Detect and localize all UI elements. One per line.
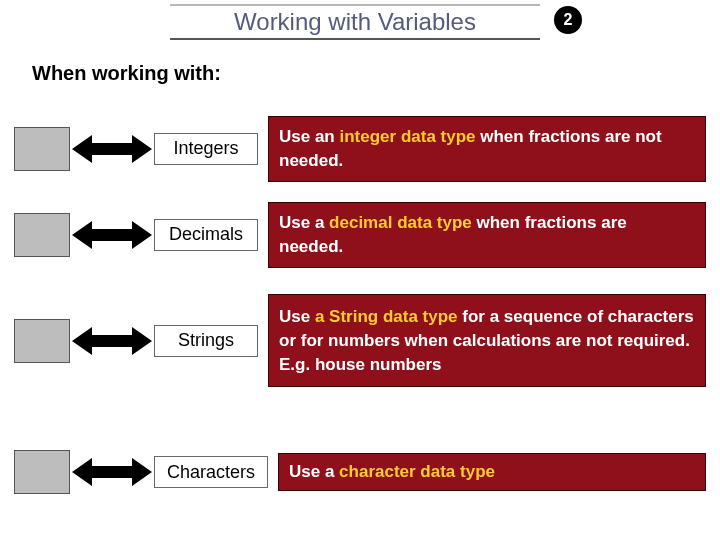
desc-pre: Use a [279, 213, 329, 232]
row-decimals: Decimals Use a decimal data type when fr… [14, 202, 706, 268]
desc-highlight: decimal data type [329, 213, 472, 232]
svg-marker-2 [72, 327, 152, 355]
double-arrow-icon [70, 127, 154, 171]
double-arrow-icon [70, 213, 154, 257]
double-arrow-icon [70, 450, 154, 494]
decoration-box [14, 127, 70, 171]
svg-marker-3 [72, 458, 152, 486]
desc-highlight: character data type [339, 462, 495, 481]
label-text: Integers [173, 138, 238, 159]
desc-pre: Use an [279, 127, 339, 146]
row-characters: Characters Use a character data type [14, 450, 706, 494]
label-text: Strings [178, 330, 234, 351]
page-number: 2 [564, 11, 573, 29]
page-number-badge: 2 [554, 6, 582, 34]
page-title: Working with Variables [170, 4, 540, 40]
decoration-box [14, 450, 70, 494]
svg-marker-1 [72, 221, 152, 249]
label-text: Characters [167, 462, 255, 483]
decoration-box [14, 213, 70, 257]
title-text: Working with Variables [234, 8, 476, 36]
subtitle: When working with: [32, 62, 221, 85]
decoration-box [14, 319, 70, 363]
label-integers: Integers [154, 133, 258, 165]
label-characters: Characters [154, 456, 268, 488]
desc-integers: Use an integer data type when fractions … [268, 116, 706, 182]
label-text: Decimals [169, 224, 243, 245]
row-strings: Strings Use a String data type for a seq… [14, 294, 706, 387]
desc-pre: Use a [289, 462, 339, 481]
double-arrow-icon [70, 319, 154, 363]
desc-pre: Use [279, 307, 315, 326]
label-decimals: Decimals [154, 219, 258, 251]
svg-marker-0 [72, 135, 152, 163]
desc-characters: Use a character data type [278, 453, 706, 491]
desc-decimals: Use a decimal data type when fractions a… [268, 202, 706, 268]
label-strings: Strings [154, 325, 258, 357]
desc-highlight: integer data type [339, 127, 475, 146]
desc-highlight: a String data type [315, 307, 458, 326]
desc-strings: Use a String data type for a sequence of… [268, 294, 706, 387]
row-integers: Integers Use an integer data type when f… [14, 116, 706, 182]
